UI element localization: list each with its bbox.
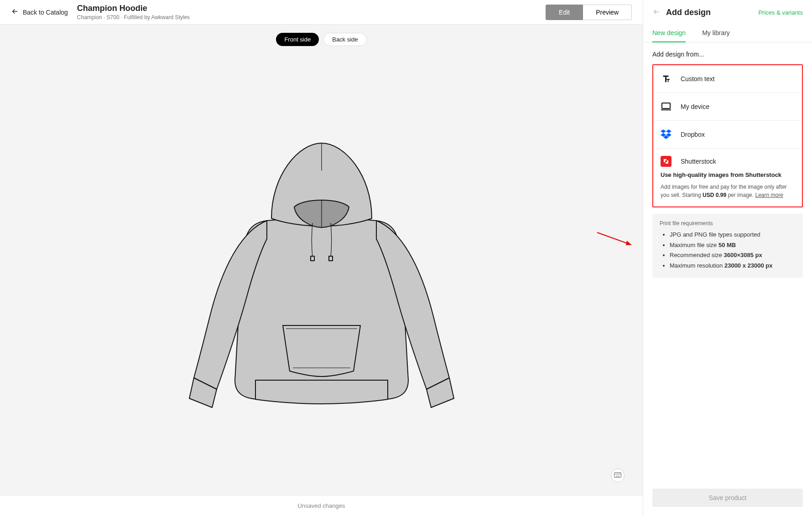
prices-variants-link[interactable]: Prices & variants	[758, 9, 803, 16]
svg-point-6	[617, 474, 618, 474]
svg-rect-12	[662, 103, 670, 108]
top-bar: Back to Catalog Champion Hoodie Champion…	[0, 0, 643, 25]
requirement-item: Recommended size 3600×3085 px	[670, 251, 796, 260]
product-title: Champion Hoodie	[77, 4, 190, 13]
requirement-item: Maximum resolution 23000 x 23000 px	[670, 261, 796, 270]
unsaved-changes-label: Unsaved changes	[297, 502, 345, 509]
add-design-from-label: Add design from...	[652, 51, 803, 58]
save-product-button[interactable]: Save product	[652, 489, 803, 507]
svg-point-5	[616, 474, 616, 474]
back-side-button[interactable]: Back side	[323, 33, 366, 46]
source-label: Custom text	[681, 75, 715, 83]
source-label: Dropbox	[681, 131, 705, 138]
hoodie-illustration: .ln{fill:#c8c8c8;stroke:#111;stroke-widt…	[167, 125, 477, 417]
dropbox-icon	[661, 129, 671, 140]
requirement-item: JPG and PNG file types supported	[670, 230, 796, 239]
product-title-block: Champion Hoodie Champion · S700 · Fulfil…	[77, 4, 190, 21]
design-source-list: Custom text My device	[652, 64, 803, 207]
shutterstock-description: Add images for free and pay for the imag…	[661, 183, 795, 199]
svg-rect-3	[329, 256, 333, 261]
requirement-item: Maximum file size 50 MB	[670, 241, 796, 250]
tab-new-design[interactable]: New design	[652, 25, 686, 42]
panel-tabs: New design My library	[643, 25, 812, 42]
source-my-device[interactable]: My device	[653, 93, 802, 120]
source-label: My device	[681, 103, 709, 110]
panel-title: Add design	[666, 8, 711, 17]
back-to-catalog-link[interactable]: Back to Catalog	[11, 7, 68, 17]
text-icon	[661, 73, 671, 84]
shutterstock-icon	[661, 156, 671, 167]
arrow-left-icon	[11, 7, 19, 17]
svg-point-8	[620, 474, 620, 474]
source-shutterstock[interactable]: Shutterstock Use high-quality images fro…	[653, 148, 802, 206]
product-preview: .ln{fill:#c8c8c8;stroke:#111;stroke-widt…	[0, 46, 643, 495]
learn-more-link[interactable]: Learn more	[755, 192, 783, 198]
tab-my-library[interactable]: My library	[702, 25, 730, 42]
panel-back-button[interactable]	[652, 8, 661, 17]
status-bar: Unsaved changes	[0, 495, 643, 516]
svg-rect-2	[311, 256, 314, 261]
canvas-area: Front side Back side .ln{fill:#c8c8c8;st…	[0, 25, 643, 495]
front-side-button[interactable]: Front side	[276, 33, 319, 46]
requirements-title: Print file requirements	[660, 220, 796, 227]
svg-point-7	[619, 474, 619, 474]
source-label: Shutterstock	[681, 158, 716, 165]
svg-rect-18	[661, 156, 671, 167]
source-custom-text[interactable]: Custom text	[653, 65, 802, 93]
svg-rect-9	[616, 476, 619, 476]
side-panel-footer: Save product	[643, 481, 812, 516]
svg-marker-14	[666, 129, 671, 133]
keyboard-shortcuts-button[interactable]	[611, 469, 625, 482]
edit-button[interactable]: Edit	[546, 5, 583, 20]
back-label: Back to Catalog	[23, 9, 68, 16]
svg-marker-13	[661, 129, 666, 133]
svg-rect-4	[614, 472, 621, 477]
laptop-icon	[661, 101, 671, 112]
side-panel-header: Add design Prices & variants	[643, 0, 812, 25]
shutterstock-heading: Use high-quality images from Shutterstoc…	[661, 171, 795, 178]
print-file-requirements: Print file requirements JPG and PNG file…	[652, 214, 803, 278]
arrow-left-icon	[652, 8, 661, 16]
mode-toggle: Edit Preview	[546, 5, 632, 20]
keyboard-icon	[614, 472, 621, 479]
print-side-toggle: Front side Back side	[276, 33, 366, 46]
preview-button[interactable]: Preview	[583, 5, 632, 20]
source-dropbox[interactable]: Dropbox	[653, 120, 802, 148]
product-subtitle: Champion · S700 · Fulfilled by Awkward S…	[77, 14, 190, 21]
